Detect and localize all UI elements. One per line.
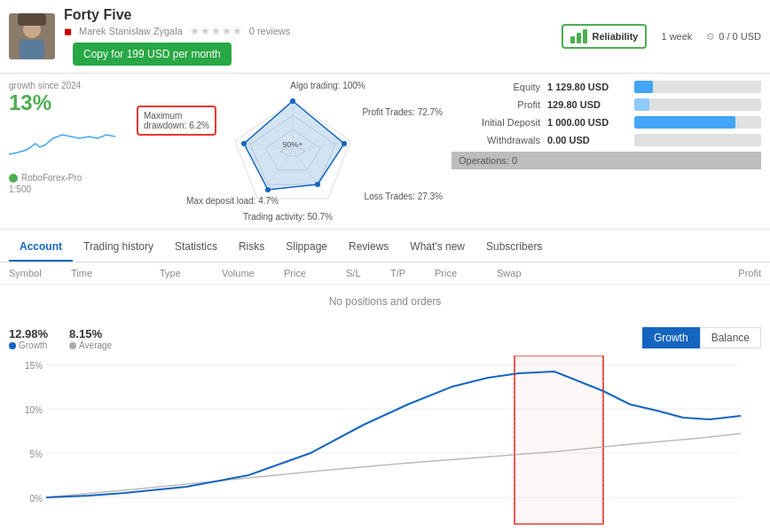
col-price2: Price [435, 268, 497, 278]
main-stat-block: 12.98% Growth [9, 327, 48, 350]
bar1 [570, 36, 575, 43]
balance-button[interactable]: Balance [700, 327, 761, 348]
chart-buttons: Growth Balance [642, 327, 761, 348]
gear-icon: ⚙ [706, 31, 715, 43]
operations-label: Operations: 0 [459, 155, 517, 166]
svg-rect-30 [515, 356, 603, 524]
max-drawdown-subtitle: drawdown: 6.2% [144, 121, 209, 130]
tab-reviews[interactable]: Reviews [338, 233, 399, 262]
growth-stat-label: Growth [19, 340, 47, 350]
usd-value: 0 / 0 USD [719, 31, 761, 42]
average-dot-icon [69, 342, 76, 349]
reliability-label: Reliability [592, 31, 638, 42]
avatar-image [9, 13, 55, 59]
growth-value: 13% [9, 90, 124, 115]
header-info: Forty Five ◼ Marek Stanislaw Zygala ★ ★ … [64, 7, 544, 66]
svg-text:0%: 0% [30, 494, 43, 504]
broker-info: RoboForex-Pro [9, 173, 124, 183]
chart-area: 12.98% Growth 8.15% Average Growth Balan [0, 318, 770, 532]
svg-point-16 [290, 98, 295, 104]
bar2 [577, 33, 581, 43]
initial-row: Initial Deposit 1 000.00 USD [452, 116, 761, 129]
equity-bar [634, 81, 653, 93]
tab-slippage[interactable]: Slippage [275, 233, 338, 262]
col-volume: Volume [222, 268, 284, 278]
tab-whats-new[interactable]: What's new [399, 233, 475, 262]
chart-svg-container: 15% 10% 5% 0% [9, 356, 761, 532]
profit-row: Profit 129.80 USD [452, 98, 761, 111]
tab-trading-history[interactable]: Trading history [73, 233, 164, 262]
equity-label: Equity [452, 82, 540, 92]
header-badges: Reliability 1 week ⚙ 0 / 0 USD [562, 24, 761, 49]
equity-section: Equity 1 129.80 USD Profit 129.80 USD In… [452, 81, 761, 222]
svg-text:15%: 15% [25, 361, 43, 371]
initial-value: 1 000.00 USD [547, 117, 627, 128]
svg-rect-2 [20, 40, 44, 59]
col-sl: S/L [346, 268, 390, 278]
profit-trades-label: Profit Trades: 72.7% [362, 107, 443, 117]
tab-risks[interactable]: Risks [228, 233, 275, 262]
withdrawals-bar-container [634, 134, 761, 146]
svg-text:5%: 5% [30, 450, 43, 459]
col-symbol: Symbol [9, 268, 71, 278]
svg-text:90%+: 90%+ [282, 140, 302, 149]
tab-statistics[interactable]: Statistics [164, 233, 228, 262]
broker-name: RoboForex-Pro [21, 173, 82, 183]
radar-chart: 90%+ [213, 92, 373, 207]
author-flag: ◼ [64, 26, 72, 37]
profit-label: Profit [452, 99, 540, 110]
col-type: Type [160, 268, 222, 278]
header: Forty Five ◼ Marek Stanislaw Zygala ★ ★ … [0, 0, 770, 74]
avatar [9, 13, 55, 59]
main-stat-value: 12.98% [9, 327, 48, 340]
avatar-svg [9, 13, 55, 59]
page-title: Forty Five [64, 7, 544, 23]
growth-button[interactable]: Growth [642, 327, 700, 348]
tab-subscribers[interactable]: Subscribers [475, 233, 553, 262]
withdrawals-label: Withdrawals [452, 135, 540, 145]
week-badge: 1 week [661, 31, 692, 42]
svg-point-19 [265, 187, 271, 192]
max-drawdown-title: Maximum [144, 111, 209, 121]
tabs-bar: Account Trading history Statistics Risks… [0, 233, 770, 262]
max-drawdown-box: Maximum drawdown: 6.2% [137, 106, 216, 136]
chart-stats-block: 12.98% Growth 8.15% Average [9, 327, 112, 350]
withdrawals-value: 0.00 USD [547, 135, 627, 145]
radar-section: Maximum drawdown: 6.2% Algo trading: 100… [133, 81, 443, 222]
growth-section: growth since 2024 13% RoboForex-Pro 1:50… [9, 81, 124, 222]
mini-growth-chart [9, 119, 115, 163]
copy-button[interactable]: Copy for 199 USD per month [73, 43, 232, 66]
algo-label: Algo trading: 100% [213, 81, 443, 90]
star-rating: ★ ★ ★ ★ ★ [190, 25, 242, 37]
table-header: Symbol Time Type Volume Price S/L T/P Pr… [0, 262, 770, 285]
col-time: Time [71, 268, 160, 278]
operations-row: Operations: 0 [452, 152, 761, 169]
author-name: Marek Stanislaw Zygala [79, 26, 183, 36]
avg-stat-block: 8.15% Average [69, 327, 112, 350]
reliability-bars-icon [570, 29, 587, 43]
profit-value: 129.80 USD [547, 99, 627, 110]
leverage: 1:500 [9, 184, 124, 194]
equity-value: 1 129.80 USD [547, 82, 627, 92]
col-profit: Profit [559, 268, 761, 278]
initial-bar-container [634, 116, 761, 129]
deposit-load-label: Max deposit load: 4.7% [186, 196, 279, 206]
growth-dot-icon [9, 342, 16, 349]
svg-text:10%: 10% [25, 405, 43, 415]
average-stat-label: Average [79, 340, 112, 350]
bar3 [583, 29, 587, 43]
svg-rect-5 [18, 13, 46, 26]
svg-point-20 [241, 141, 247, 146]
col-tp: T/P [390, 268, 435, 278]
header-subtitle: ◼ Marek Stanislaw Zygala ★ ★ ★ ★ ★ 0 rev… [64, 25, 544, 37]
usd-badge: ⚙ 0 / 0 USD [706, 31, 761, 43]
no-positions-message: No positions and orders [0, 285, 770, 318]
trading-activity-label: Trading activity: 50.7% [133, 212, 443, 222]
avg-stat-value: 8.15% [69, 327, 112, 340]
initial-label: Initial Deposit [452, 117, 540, 128]
loss-trades-label: Loss Trades: 27.3% [365, 192, 443, 201]
profit-bar [634, 98, 649, 111]
tab-account[interactable]: Account [9, 233, 73, 262]
avg-stat-label: Average [69, 340, 112, 350]
svg-point-18 [315, 182, 320, 187]
